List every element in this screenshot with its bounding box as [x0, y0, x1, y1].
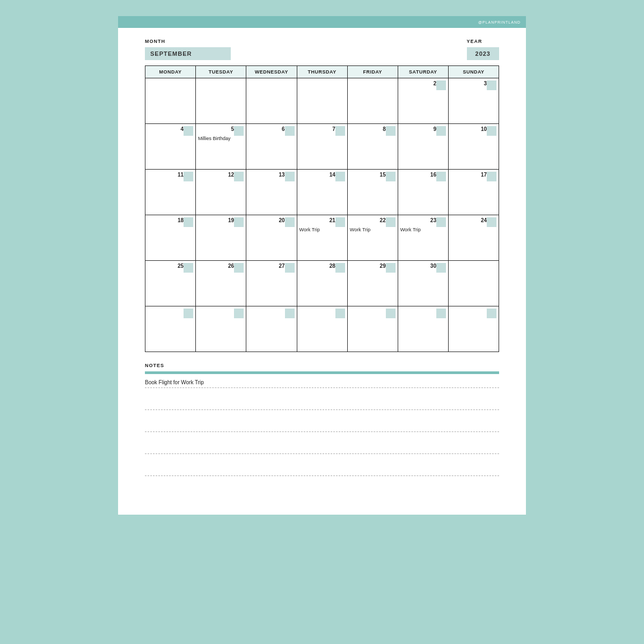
calendar-week-row: 23: [145, 78, 499, 124]
day-square: [487, 217, 496, 227]
day-square: [234, 217, 244, 227]
event-text: Millies Birthday: [198, 136, 244, 141]
notes-area: NOTES Book Flight for Work Trip: [118, 352, 526, 493]
year-section: YEAR 2023: [467, 39, 499, 60]
day-square: [436, 126, 446, 136]
month-value: SEPTEMBER: [145, 47, 231, 60]
calendar-cell: [347, 306, 398, 352]
calendar-cell: 28: [297, 261, 347, 306]
day-square: [487, 172, 496, 181]
calendar-day-header: MONDAY: [145, 66, 196, 78]
calendar-cell: 11: [145, 170, 196, 215]
page: @PLANPRINTLAND MONTH SEPTEMBER YEAR 2023…: [118, 16, 526, 515]
day-square: [184, 309, 193, 318]
notes-first-line: Book Flight for Work Trip: [145, 379, 499, 388]
day-square: [184, 126, 193, 136]
calendar-week-row: 45Millies Birthday678910: [145, 124, 499, 170]
calendar-cell: 18: [145, 215, 196, 261]
calendar-cell: 16: [398, 170, 448, 215]
day-square: [386, 263, 396, 273]
year-value: 2023: [467, 47, 499, 60]
day-square: [335, 309, 345, 318]
calendar-cell: 2: [398, 78, 448, 124]
calendar-cell: 25: [145, 261, 196, 306]
calendar-cell: 14: [297, 170, 347, 215]
calendar-cell: 12: [196, 170, 246, 215]
day-square: [386, 126, 396, 136]
day-square: [285, 309, 295, 318]
event-text: Work Trip: [299, 227, 345, 232]
calendar-week-row: [145, 306, 499, 352]
calendar-cell: 23Work Trip: [398, 215, 448, 261]
calendar-cell: 26: [196, 261, 246, 306]
day-square: [487, 309, 496, 318]
month-section: MONTH SEPTEMBER: [145, 39, 231, 60]
calendar-cell: 24: [448, 215, 499, 261]
month-label: MONTH: [145, 39, 231, 44]
calendar-cell: [448, 261, 499, 306]
calendar-cell: [398, 306, 448, 352]
calendar-cell: 9: [398, 124, 448, 170]
calendar-cell: 20: [246, 215, 297, 261]
event-text: Work Trip: [400, 227, 446, 232]
header-area: MONTH SEPTEMBER YEAR 2023: [118, 28, 526, 65]
notes-lines: Book Flight for Work Trip: [145, 379, 499, 476]
calendar-cell: 30: [398, 261, 448, 306]
calendar-table: MONDAYTUESDAYWEDNESDAYTHURSDAYFRIDAYSATU…: [145, 65, 499, 352]
day-square: [436, 80, 446, 90]
day-square: [285, 172, 295, 181]
brand-text: @PLANPRINTLAND: [478, 20, 521, 24]
notes-label: NOTES: [145, 363, 499, 368]
calendar-cell: 3: [448, 78, 499, 124]
calendar-cell: 21Work Trip: [297, 215, 347, 261]
day-square: [436, 263, 446, 273]
day-square: [436, 172, 446, 181]
day-square: [386, 309, 396, 318]
day-square: [184, 263, 193, 273]
calendar-cell: 6: [246, 124, 297, 170]
calendar-header-row: MONDAYTUESDAYWEDNESDAYTHURSDAYFRIDAYSATU…: [145, 66, 499, 78]
calendar-cell: [196, 78, 246, 124]
day-square: [184, 172, 193, 181]
calendar-day-header: SUNDAY: [448, 66, 499, 78]
notes-line: [145, 444, 499, 454]
day-square: [386, 172, 396, 181]
day-square: [487, 126, 496, 136]
calendar-cell: [347, 78, 398, 124]
day-square: [234, 309, 244, 318]
calendar-cell: [297, 306, 347, 352]
calendar-day-header: THURSDAY: [297, 66, 347, 78]
event-text: Work Trip: [350, 227, 396, 232]
day-square: [285, 263, 295, 273]
day-square: [487, 80, 496, 90]
calendar-cell: [448, 306, 499, 352]
calendar-cell: [145, 78, 196, 124]
calendar-day-header: SATURDAY: [398, 66, 448, 78]
calendar-cell: [246, 78, 297, 124]
calendar-cell: 5Millies Birthday: [196, 124, 246, 170]
calendar-cell: 17: [448, 170, 499, 215]
day-square: [234, 172, 244, 181]
calendar-wrapper: MONDAYTUESDAYWEDNESDAYTHURSDAYFRIDAYSATU…: [118, 65, 526, 352]
calendar-cell: 13: [246, 170, 297, 215]
notes-line: [145, 400, 499, 410]
calendar-cell: 10: [448, 124, 499, 170]
day-square: [386, 217, 396, 227]
calendar-day-header: FRIDAY: [347, 66, 398, 78]
calendar-day-header: TUESDAY: [196, 66, 246, 78]
day-square: [335, 126, 345, 136]
day-square: [335, 263, 345, 273]
day-square: [436, 309, 446, 318]
calendar-cell: 8: [347, 124, 398, 170]
calendar-cell: 27: [246, 261, 297, 306]
calendar-cell: [297, 78, 347, 124]
notes-line: [145, 466, 499, 476]
calendar-cell: 19: [196, 215, 246, 261]
day-square: [335, 172, 345, 181]
day-square: [335, 217, 345, 227]
calendar-cell: 4: [145, 124, 196, 170]
calendar-cell: [145, 306, 196, 352]
day-square: [436, 217, 446, 227]
day-square: [285, 217, 295, 227]
calendar-cell: 22Work Trip: [347, 215, 398, 261]
